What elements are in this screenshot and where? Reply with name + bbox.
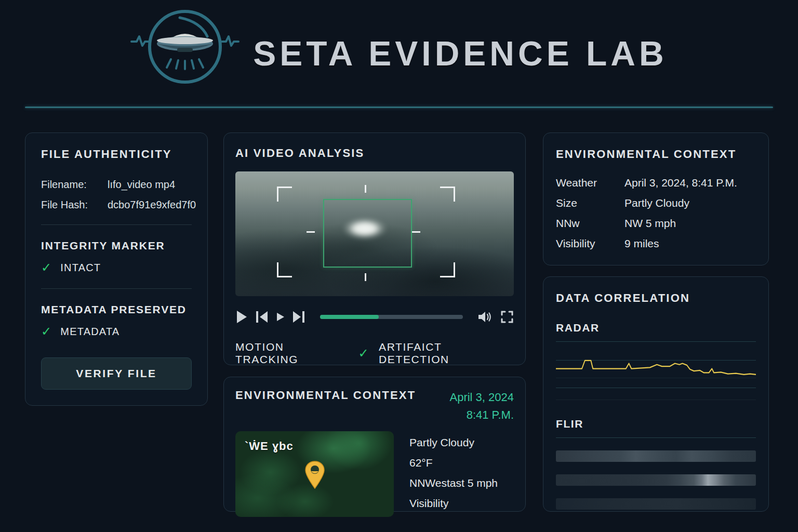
skip-end-icon — [292, 311, 305, 323]
page-title: SETA EVIDENCE LAB — [253, 34, 667, 73]
divider — [41, 224, 192, 225]
sighting-time: 8:41 P.M. — [449, 406, 514, 424]
metadata-status: METADATA — [60, 326, 119, 338]
motion-tracking-label: MOTION TRACKING — [235, 341, 349, 366]
integrity-marker-title: INTEGRITY MARKER — [41, 240, 192, 252]
flir-heat-strip — [556, 498, 756, 510]
divider — [556, 400, 756, 400]
skip-start-button[interactable] — [255, 311, 269, 323]
wind: NNWestast 5 mph — [409, 477, 498, 489]
map-label: `ẆE ɣbc — [245, 440, 294, 453]
row-value: 9 miles — [624, 237, 756, 250]
video-analysis-panel: AI VIDEO ANALYSIS — [223, 132, 526, 365]
visibility: Visibility — [409, 497, 498, 510]
sighting-datetime: April 3, 2024 8:41 P.M. — [449, 389, 514, 424]
volume-button[interactable] — [477, 310, 493, 324]
viewfinder-tick-icon — [307, 231, 315, 233]
verify-file-button[interactable]: VERIFY FILE — [41, 357, 192, 390]
viewfinder-bracket-icon — [277, 262, 292, 277]
file-hash-label: File Hash: — [41, 199, 108, 211]
file-hash-value: dcbo7f91e9xfed7f0 — [108, 199, 196, 211]
row-label: Size — [556, 197, 624, 209]
viewfinder-bracket-icon — [277, 187, 292, 202]
environment-header: ENVIRONMENTAL CONTEXT April 3, 2024 8:41… — [235, 389, 514, 424]
play-icon — [276, 312, 285, 322]
row-label: Weather — [556, 177, 624, 189]
file-hash-row: File Hash: dcbo7f91e9xfed7f0 — [41, 199, 192, 211]
row-label: NNw — [556, 217, 624, 230]
weather-details: Partly Cloudy 62°F NNWestast 5 mph Visib… — [409, 431, 498, 517]
flir-heat-strip — [556, 474, 756, 486]
play-small-button[interactable] — [276, 312, 285, 322]
radar-label: RADAR — [556, 322, 756, 334]
metadata-preserved-title: METADATA PRESERVED — [41, 303, 192, 316]
play-icon — [235, 310, 248, 324]
radar-chart — [556, 351, 756, 380]
viewfinder-tick-icon — [365, 273, 366, 281]
skip-end-button[interactable] — [292, 311, 305, 323]
filename-value: lıfo_video mp4 — [108, 179, 175, 191]
ufo-logo-icon — [130, 9, 240, 98]
viewfinder-tick-icon — [365, 185, 366, 193]
artifact-detection-label: ARTIFAICT DETECTION — [379, 341, 514, 366]
flir-heat-strip — [556, 450, 756, 462]
integrity-status-row: ✓ INTACT — [41, 260, 192, 275]
volume-icon — [477, 310, 493, 324]
environmental-context-side-title: ENVIRONMENTAL CONTEXT — [556, 148, 756, 161]
metadata-status-row: ✓ METADATA — [41, 324, 192, 339]
environmental-context-side-panel: ENVIRONMENTAL CONTEXT Weather April 3, 2… — [543, 132, 769, 265]
app-window: SETA EVIDENCE LAB FILE AUTHENTICITY File… — [0, 0, 798, 532]
data-correlation-panel: DATA CORRELATION RADAR FLIR — [543, 276, 769, 512]
environmental-context-panel: ENVIRONMENTAL CONTEXT April 3, 2024 8:41… — [223, 377, 526, 512]
check-icon: ✓ — [358, 346, 369, 361]
video-analysis-title: AI VIDEO ANALYSIS — [235, 147, 514, 160]
environment-table: Weather April 3, 2024, 8:41 P.M. Size Pa… — [556, 177, 756, 250]
divider — [556, 388, 756, 388]
map-pin-icon — [304, 460, 326, 491]
fullscreen-button[interactable] — [500, 310, 514, 324]
video-progress-bar[interactable] — [320, 315, 463, 319]
file-authenticity-title: FILE AUTHENTICITY — [41, 148, 192, 161]
weather-condition: Partly Cloudy — [409, 436, 498, 449]
divider — [556, 341, 756, 342]
video-progress-fill — [320, 315, 379, 319]
row-value: Partly Cloudy — [624, 197, 756, 209]
check-icon: ✓ — [41, 324, 52, 339]
viewfinder-tick-icon — [412, 231, 420, 233]
viewfinder-bracket-icon — [440, 262, 455, 277]
tracking-box — [323, 199, 411, 268]
temperature: 62°F — [409, 457, 498, 469]
divider — [556, 437, 756, 438]
filename-label: Filename: — [41, 179, 108, 191]
header-divider — [25, 107, 773, 108]
sighting-date: April 3, 2024 — [449, 389, 514, 406]
environment-body: `ẆE ɣbc Partly Cloudy 62°F NNWestast 5 m… — [235, 431, 514, 517]
data-correlation-title: DATA CORRELATION — [556, 291, 756, 305]
video-controls — [235, 309, 514, 325]
check-icon: ✓ — [41, 260, 52, 275]
app-header: SETA EVIDENCE LAB — [0, 0, 798, 107]
row-value: NW 5 mph — [624, 217, 756, 230]
file-authenticity-panel: FILE AUTHENTICITY Filename: lıfo_video m… — [25, 132, 208, 406]
analysis-features-row: MOTION TRACKING ✓ ARTIFAICT DETECTION — [235, 341, 514, 366]
viewfinder-bracket-icon — [440, 187, 455, 202]
radar-trace-line — [556, 361, 756, 375]
environmental-context-title: ENVIRONMENTAL CONTEXT — [235, 389, 416, 402]
flir-label: FLIR — [556, 418, 756, 430]
integrity-status: INTACT — [60, 262, 101, 274]
play-button[interactable] — [235, 310, 248, 324]
location-map[interactable]: `ẆE ɣbc — [235, 431, 394, 517]
row-value: April 3, 2024, 8:41 P.M. — [624, 177, 756, 189]
filename-row: Filename: lıfo_video mp4 — [41, 179, 192, 191]
fullscreen-icon — [500, 310, 514, 324]
video-viewport[interactable] — [235, 171, 514, 296]
skip-start-icon — [255, 311, 269, 323]
divider — [41, 288, 192, 289]
app-logo — [130, 9, 240, 98]
row-label: Visibility — [556, 237, 624, 250]
